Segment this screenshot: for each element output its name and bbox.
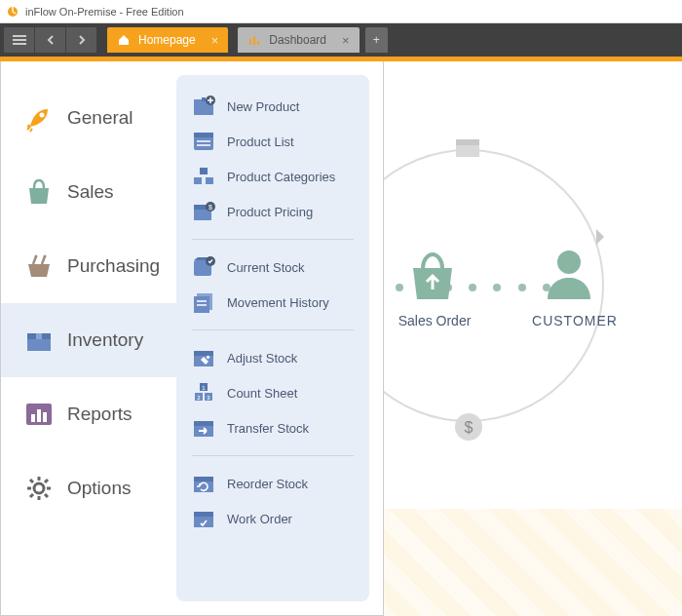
submenu-label: Count Sheet (227, 386, 297, 401)
home-icon (117, 33, 131, 47)
submenu-work-order[interactable]: Work Order (186, 501, 360, 536)
svg-point-11 (44, 255, 47, 258)
bar-chart-icon (24, 400, 54, 429)
tab-label: Homepage (138, 33, 196, 47)
inventory-submenu: New Product Product List Product Categor… (176, 75, 369, 601)
new-product-icon (192, 96, 215, 117)
svg-rect-36 (194, 351, 213, 356)
rocket-icon (24, 103, 54, 133)
sidebar-label: Reports (67, 404, 133, 425)
svg-point-6 (557, 250, 581, 274)
svg-rect-1 (249, 39, 251, 45)
arrow-icon (592, 227, 612, 247)
tab-strip: Homepage × Dashboard × + (0, 23, 682, 57)
submenu-label: Product Pricing (227, 205, 313, 219)
svg-rect-16 (31, 414, 35, 422)
submenu-product-list[interactable]: Product List (186, 124, 360, 159)
work-order-icon (192, 508, 215, 529)
submenu-label: Product List (227, 135, 294, 149)
window-titlebar: inFlow On-Premise - Free Edition (0, 0, 682, 23)
submenu-product-pricing[interactable]: $ Product Pricing (186, 194, 360, 229)
svg-point-9 (40, 113, 45, 118)
nav-forward-button[interactable] (66, 27, 97, 53)
svg-rect-14 (36, 333, 42, 339)
basket-icon (24, 251, 54, 281)
tab-add-button[interactable]: + (365, 27, 388, 53)
current-stock-icon (192, 256, 215, 278)
svg-point-19 (34, 483, 44, 493)
sidebar-item-options[interactable]: Options (1, 451, 176, 525)
gear-icon (24, 474, 54, 503)
submenu-product-categories[interactable]: Product Categories (186, 159, 360, 194)
adjust-stock-icon (192, 347, 215, 368)
tab-label: Dashboard (269, 33, 326, 47)
customer-label: CUSTOMER (526, 313, 624, 328)
window-title: inFlow On-Premise - Free Edition (25, 6, 184, 18)
customer-icon[interactable] (540, 245, 598, 303)
menu-button[interactable] (4, 27, 35, 53)
navigation-panel: General Sales Purchasing Inventory (0, 61, 384, 616)
sidebar-item-inventory[interactable]: Inventory (1, 303, 192, 377)
sidebar-item-sales[interactable]: Sales (1, 155, 176, 229)
svg-rect-18 (43, 412, 47, 422)
sidebar-item-reports[interactable]: Reports (1, 377, 176, 451)
box-icon (453, 134, 482, 163)
svg-rect-49 (194, 512, 213, 517)
submenu-label: Work Order (227, 512, 292, 526)
svg-rect-45 (194, 421, 213, 426)
svg-point-10 (35, 255, 38, 258)
submenu-label: Current Stock (227, 260, 304, 275)
svg-rect-26 (206, 177, 213, 184)
sidebar-label: Purchasing (67, 255, 160, 277)
submenu-label: Reorder Stock (227, 477, 308, 491)
product-pricing-icon: $ (192, 201, 215, 222)
submenu-current-stock[interactable]: Current Stock (186, 250, 360, 285)
nav-back-button[interactable] (35, 27, 66, 53)
tab-dashboard[interactable]: Dashboard × (238, 27, 359, 53)
submenu-transfer-stock[interactable]: Transfer Stock (186, 410, 360, 445)
count-sheet-icon: 123 (192, 382, 215, 404)
sales-order-icon[interactable] (403, 247, 462, 305)
svg-rect-2 (253, 36, 255, 45)
sidebar-label: Inventory (67, 329, 143, 351)
svg-text:$: $ (208, 204, 212, 211)
submenu-label: Adjust Stock (227, 351, 297, 366)
sales-order-label: Sales Order (396, 313, 474, 328)
submenu-reorder-stock[interactable]: Reorder Stock (186, 466, 360, 501)
shopping-bag-icon (24, 177, 54, 207)
submenu-new-product[interactable]: New Product (186, 89, 360, 124)
tab-homepage[interactable]: Homepage × (107, 27, 228, 53)
submenu-label: Movement History (227, 295, 329, 310)
submenu-separator (192, 329, 354, 330)
box-icon (24, 326, 54, 355)
submenu-label: Transfer Stock (227, 421, 309, 436)
svg-text:$: $ (465, 419, 474, 436)
submenu-count-sheet[interactable]: 123 Count Sheet (186, 375, 360, 410)
dollar-icon: $ (454, 412, 483, 442)
sidebar-label: Sales (67, 181, 114, 203)
close-icon[interactable]: × (342, 33, 350, 48)
submenu-label: Product Categories (227, 170, 335, 184)
svg-rect-17 (37, 409, 41, 422)
sidebar-item-general[interactable]: General (1, 81, 176, 155)
app-logo-icon (6, 5, 19, 19)
submenu-adjust-stock[interactable]: Adjust Stock (186, 340, 360, 375)
workspace: Sales Order CUSTOMER $ General (0, 61, 682, 616)
product-categories-icon (192, 166, 215, 187)
svg-rect-3 (257, 41, 259, 45)
sidebar-item-purchasing[interactable]: Purchasing (1, 229, 176, 303)
svg-rect-23 (194, 133, 213, 137)
transfer-stock-icon (192, 417, 215, 439)
movement-history-icon (192, 291, 215, 313)
svg-rect-25 (194, 177, 202, 184)
submenu-separator (192, 239, 354, 240)
nav-button-group (4, 27, 97, 53)
sidebar: General Sales Purchasing Inventory (1, 61, 176, 615)
svg-rect-5 (456, 139, 479, 145)
product-list-icon (192, 131, 215, 152)
sidebar-label: General (67, 107, 133, 129)
svg-rect-24 (200, 168, 208, 174)
submenu-movement-history[interactable]: Movement History (186, 285, 360, 320)
close-icon[interactable]: × (211, 33, 219, 48)
svg-rect-47 (194, 477, 213, 481)
